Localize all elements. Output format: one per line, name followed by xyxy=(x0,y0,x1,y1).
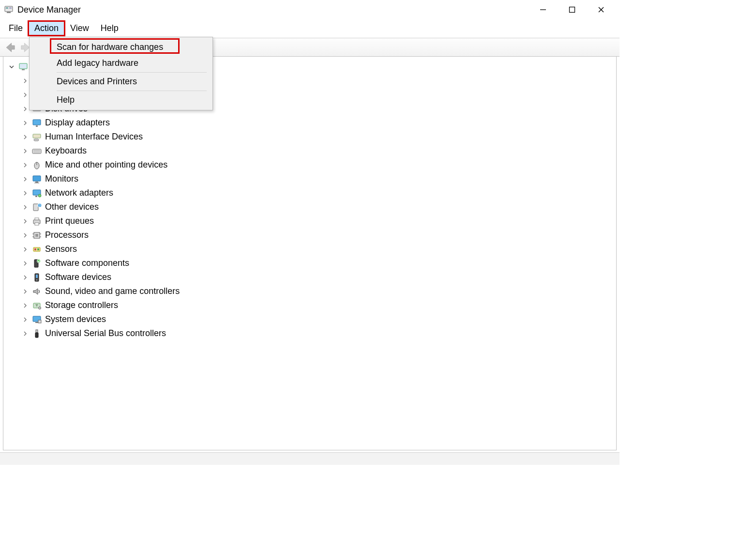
svg-rect-39 xyxy=(35,223,39,225)
tree-item[interactable]: Software components xyxy=(21,256,614,270)
svg-rect-2 xyxy=(9,7,12,9)
close-button[interactable] xyxy=(587,0,616,19)
svg-text:?: ? xyxy=(39,204,41,207)
minimize-button[interactable] xyxy=(529,0,558,19)
svg-rect-34 xyxy=(33,204,38,211)
svg-rect-47 xyxy=(34,248,36,250)
expand-icon[interactable] xyxy=(21,273,30,282)
svg-point-32 xyxy=(38,194,41,197)
svg-rect-0 xyxy=(5,6,13,12)
back-button[interactable] xyxy=(4,41,16,54)
expand-icon[interactable] xyxy=(21,217,30,226)
tree-item-label: Human Interface Devices xyxy=(45,130,143,144)
tree-item[interactable]: Sensors xyxy=(21,242,614,256)
tree-item[interactable]: ?Other devices xyxy=(21,200,614,214)
tree-item-label: Keyboards xyxy=(45,144,87,158)
expand-icon[interactable] xyxy=(21,259,30,268)
display-icon xyxy=(31,118,42,128)
swdev-icon xyxy=(31,272,42,283)
tree-item-label: Network adapters xyxy=(45,186,113,200)
expand-icon[interactable] xyxy=(21,105,30,113)
tree-item[interactable]: Network adapters xyxy=(21,186,614,200)
tree-item-label: System devices xyxy=(45,312,106,326)
svg-rect-23 xyxy=(32,149,41,154)
usb-icon xyxy=(31,328,42,339)
menu-scan-hardware[interactable]: Scan for hardware changes xyxy=(30,39,212,55)
tree-item-label: Universal Serial Bus controllers xyxy=(45,326,166,340)
menu-separator xyxy=(57,72,207,73)
expand-icon[interactable] xyxy=(21,287,30,296)
collapse-icon[interactable] xyxy=(7,62,16,71)
svg-rect-8 xyxy=(19,63,27,69)
svg-rect-21 xyxy=(33,134,41,138)
computer-icon xyxy=(18,62,29,72)
tree-item-label: Print queues xyxy=(45,214,94,228)
svg-point-53 xyxy=(36,279,37,280)
action-dropdown: Scan for hardware changes Add legacy har… xyxy=(29,37,213,110)
tree-item[interactable]: Display adapters xyxy=(21,116,614,130)
svg-rect-59 xyxy=(36,330,38,333)
svg-rect-60 xyxy=(35,333,38,338)
keyboard-icon xyxy=(31,146,42,156)
svg-rect-33 xyxy=(35,196,37,197)
other-icon: ? xyxy=(31,202,42,213)
expand-icon[interactable] xyxy=(21,119,30,127)
window-title: Device Manager xyxy=(17,5,81,15)
svg-rect-22 xyxy=(34,139,39,141)
tree-item[interactable]: Storage controllers xyxy=(21,298,614,312)
titlebar: Device Manager xyxy=(0,0,620,19)
tree-item-label: Sound, video and game controllers xyxy=(45,284,180,298)
monitor-icon xyxy=(31,174,42,185)
expand-icon[interactable] xyxy=(21,315,30,324)
tree-item[interactable]: Human Interface Devices xyxy=(21,130,614,144)
expand-icon[interactable] xyxy=(21,231,30,240)
svg-rect-41 xyxy=(35,234,38,237)
expand-icon[interactable] xyxy=(21,189,30,198)
expand-icon[interactable] xyxy=(21,301,30,310)
menu-add-legacy[interactable]: Add legacy hardware xyxy=(30,55,212,71)
svg-rect-52 xyxy=(36,275,38,278)
expand-icon[interactable] xyxy=(21,329,30,338)
expand-icon[interactable] xyxy=(21,175,30,184)
menu-action[interactable]: Action xyxy=(29,21,64,35)
tree-item-label: Mice and other pointing devices xyxy=(45,158,167,172)
sound-icon xyxy=(31,286,42,297)
svg-rect-57 xyxy=(35,322,38,323)
swcomp-icon xyxy=(31,258,42,269)
menu-file[interactable]: File xyxy=(3,21,29,35)
statusbar xyxy=(0,452,620,465)
expand-icon[interactable] xyxy=(21,203,30,212)
mouse-icon xyxy=(31,160,42,170)
storage-icon xyxy=(31,300,42,311)
tree-item[interactable]: System devices xyxy=(21,312,614,326)
svg-rect-3 xyxy=(7,12,11,13)
expand-icon[interactable] xyxy=(21,147,30,155)
tree-item[interactable]: Processors xyxy=(21,228,614,242)
svg-point-55 xyxy=(39,307,41,309)
tree-item[interactable]: Monitors xyxy=(21,172,614,186)
menu-help[interactable]: Help xyxy=(30,92,212,108)
tree-item[interactable]: Print queues xyxy=(21,214,614,228)
svg-rect-29 xyxy=(35,182,38,183)
tree-item[interactable]: Universal Serial Bus controllers xyxy=(21,326,614,340)
svg-rect-48 xyxy=(37,248,39,250)
expand-icon[interactable] xyxy=(21,161,30,169)
expand-icon[interactable] xyxy=(21,91,30,99)
svg-rect-9 xyxy=(22,69,25,70)
tree-item[interactable]: Mice and other pointing devices xyxy=(21,158,614,172)
device-tree-panel: CamerasComputerDisk drivesDisplay adapte… xyxy=(3,56,617,450)
menu-view[interactable]: View xyxy=(64,21,95,35)
menubar: File Action View Help xyxy=(0,19,620,37)
maximize-button[interactable] xyxy=(558,0,587,19)
tree-item[interactable]: Keyboards xyxy=(21,144,614,158)
expand-icon[interactable] xyxy=(21,245,30,254)
svg-rect-30 xyxy=(34,183,39,184)
menu-devices-printers[interactable]: Devices and Printers xyxy=(30,74,212,90)
svg-rect-28 xyxy=(33,176,41,181)
tree-item[interactable]: Sound, video and game controllers xyxy=(21,284,614,298)
cpu-icon xyxy=(31,230,42,241)
tree-item[interactable]: Software devices xyxy=(21,270,614,284)
expand-icon[interactable] xyxy=(21,133,30,141)
menu-help[interactable]: Help xyxy=(95,21,124,35)
expand-icon[interactable] xyxy=(21,77,30,85)
